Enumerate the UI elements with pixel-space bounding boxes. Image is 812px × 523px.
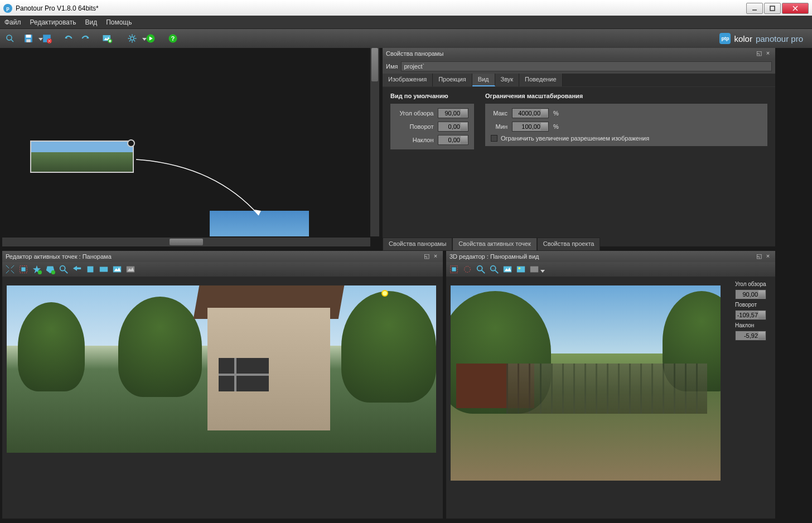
svg-point-43: [51, 270, 55, 274]
tab-images[interactable]: Изображения: [383, 74, 433, 86]
delete-button[interactable]: [40, 32, 54, 45]
minimize-button[interactable]: [746, 3, 763, 14]
node-canvas[interactable]: [2, 48, 370, 236]
v-zoom-icon[interactable]: [475, 264, 486, 275]
undock-icon[interactable]: ◱: [755, 50, 763, 57]
pan-spinner[interactable]: 0,00: [438, 122, 468, 132]
pct-1: %: [553, 110, 559, 117]
properties-title: Свойства панорамы: [386, 50, 443, 57]
svg-rect-65: [530, 267, 538, 273]
vtilt-spinner[interactable]: -5,92: [735, 331, 766, 341]
svg-rect-1: [770, 6, 775, 11]
image2-icon[interactable]: [125, 264, 136, 275]
tab-view[interactable]: Вид: [472, 74, 495, 86]
vfov-label: Угол обзора: [735, 280, 772, 288]
hotspot-header[interactable]: Редактор активных точек : Панорама ◱×: [2, 251, 443, 262]
menubar: Файл Редактировать Вид Помощь: [0, 16, 812, 29]
properties-header[interactable]: Свойства панорамы ◱ ×: [383, 48, 775, 59]
tab-sound[interactable]: Звук: [495, 74, 520, 86]
app-icon: p: [3, 4, 12, 13]
undock-icon[interactable]: ◱: [755, 253, 763, 260]
zoom-min-spinner[interactable]: 100,00: [512, 122, 549, 132]
node-graph-panel: [2, 48, 379, 246]
fov-spinner[interactable]: 90,00: [438, 108, 468, 118]
v-dropdown-icon[interactable]: [529, 264, 540, 275]
v-zoom2-icon[interactable]: -: [489, 264, 500, 275]
add-image-button[interactable]: [100, 32, 114, 45]
svg-point-44: [60, 266, 65, 271]
titlebar[interactable]: p Panotour Pro V1.8.0 64bits*: [0, 0, 812, 16]
play-button[interactable]: [144, 32, 157, 45]
tab-behavior[interactable]: Поведение: [519, 74, 563, 86]
svg-point-20: [130, 37, 134, 40]
undock-icon[interactable]: ◱: [423, 253, 431, 260]
svg-line-45: [65, 270, 67, 273]
new-button[interactable]: [3, 32, 17, 45]
btab-pano[interactable]: Свойства панорамы: [383, 238, 452, 251]
menu-help[interactable]: Помощь: [106, 18, 132, 26]
settings-button[interactable]: [123, 32, 142, 45]
marquee-tool-icon[interactable]: [18, 264, 29, 275]
v-marquee-icon[interactable]: [448, 264, 460, 275]
save-button[interactable]: [19, 32, 38, 45]
svg-line-26: [134, 40, 135, 41]
tab-projection[interactable]: Проекция: [433, 74, 472, 86]
menu-file[interactable]: Файл: [4, 18, 21, 26]
help-button[interactable]: ?: [166, 32, 180, 45]
btab-hotspots[interactable]: Свойства активных точек: [452, 238, 536, 251]
svg-line-36: [6, 270, 9, 273]
panorama-preview[interactable]: [7, 285, 436, 453]
svg-rect-39: [21, 267, 25, 271]
window-title: Panotour Pro V1.8.0 64bits*: [16, 4, 99, 12]
svg-point-55: [465, 267, 471, 273]
svg-rect-8: [26, 40, 31, 42]
menu-edit[interactable]: Редактировать: [30, 18, 76, 26]
panorama-node-1[interactable]: [30, 141, 134, 173]
svg-text:?: ?: [171, 35, 175, 42]
horizontal-scrollbar[interactable]: [2, 238, 370, 246]
v-img2-icon[interactable]: [515, 264, 526, 275]
zoom-min-label: Мин: [491, 123, 508, 130]
add-polygon-icon[interactable]: [45, 264, 56, 275]
hand-tool-icon[interactable]: [71, 264, 83, 275]
3d-preview[interactable]: [451, 285, 721, 481]
viewer-controls: Угол обзора 90,00 Поворот -109,57 Наклон…: [735, 280, 772, 341]
svg-rect-48: [100, 267, 108, 272]
maximize-button[interactable]: [764, 3, 781, 14]
limit-zoom-checkbox[interactable]: [491, 135, 497, 142]
hotspot-marker[interactable]: [381, 290, 388, 297]
zoom-max-spinner[interactable]: 4000,00: [512, 108, 549, 118]
close-panel-icon[interactable]: ×: [764, 50, 772, 57]
close-button[interactable]: [782, 3, 809, 14]
close-panel-icon[interactable]: ×: [764, 253, 772, 260]
redo-button[interactable]: [78, 32, 91, 45]
center-tool-icon[interactable]: [85, 264, 96, 275]
add-point-icon[interactable]: [31, 264, 42, 275]
btab-project[interactable]: Свойства проекта: [537, 238, 601, 251]
svg-rect-7: [26, 35, 31, 37]
brand-kolor: kolor: [734, 34, 752, 43]
tilt-spinner[interactable]: 0,00: [438, 135, 468, 145]
svg-line-37: [11, 270, 14, 273]
vertical-scrollbar[interactable]: [370, 48, 379, 236]
vfov-spinner[interactable]: 90,00: [735, 289, 766, 299]
zoom-tool-icon[interactable]: [58, 264, 69, 275]
vpan-spinner[interactable]: -109,57: [735, 310, 766, 320]
main-toolbar: ? ptp kolor panotour pro: [0, 29, 812, 48]
v-img1-icon[interactable]: [502, 264, 513, 275]
svg-line-35: [11, 265, 14, 268]
limit-zoom-label: Ограничить увеличение разрешением изобра…: [501, 135, 649, 142]
name-input[interactable]: [401, 61, 772, 71]
close-panel-icon[interactable]: ×: [432, 253, 439, 260]
v-center-icon[interactable]: [462, 264, 473, 275]
hotspot-toolbar: [2, 262, 443, 277]
menu-view[interactable]: Вид: [85, 18, 97, 26]
undo-button[interactable]: [62, 32, 76, 45]
panorama-node-2[interactable]: [210, 211, 309, 236]
viewer-title: 3D редактор : Панорамный вид: [450, 253, 539, 260]
brand: ptp kolor panotour pro: [719, 33, 809, 44]
select-tool-icon[interactable]: [4, 264, 16, 275]
viewer-header[interactable]: 3D редактор : Панорамный вид ◱×: [446, 251, 775, 262]
fit-tool-icon[interactable]: [98, 264, 109, 275]
image1-icon[interactable]: [112, 264, 123, 275]
